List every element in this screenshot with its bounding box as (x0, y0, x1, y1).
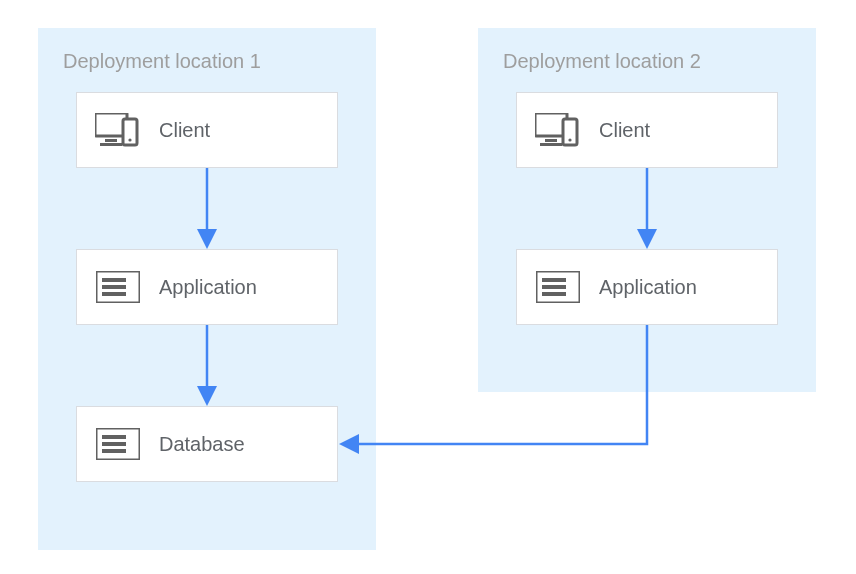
client-icon (95, 107, 141, 153)
svg-rect-2 (100, 143, 122, 146)
node-label: Application (159, 276, 257, 299)
svg-rect-1 (105, 139, 117, 142)
server-icon (535, 264, 581, 310)
node-client-2: Client (516, 92, 778, 168)
svg-point-4 (128, 138, 131, 141)
node-application-1: Application (76, 249, 338, 325)
svg-rect-7 (102, 285, 126, 289)
region-title-1: Deployment location 1 (63, 50, 261, 73)
svg-rect-15 (540, 143, 562, 146)
node-label: Client (599, 119, 650, 142)
svg-rect-14 (545, 139, 557, 142)
client-icon (535, 107, 581, 153)
node-label: Application (599, 276, 697, 299)
server-icon (95, 421, 141, 467)
svg-rect-8 (102, 292, 126, 296)
svg-rect-12 (102, 449, 126, 453)
svg-rect-19 (542, 278, 566, 282)
server-icon (95, 264, 141, 310)
svg-point-17 (568, 138, 571, 141)
node-database-1: Database (76, 406, 338, 482)
svg-rect-10 (102, 435, 126, 439)
node-label: Database (159, 433, 245, 456)
svg-rect-11 (102, 442, 126, 446)
node-application-2: Application (516, 249, 778, 325)
node-client-1: Client (76, 92, 338, 168)
deployment-location-2: Deployment location 2 (478, 28, 816, 392)
svg-rect-21 (542, 292, 566, 296)
svg-rect-6 (102, 278, 126, 282)
svg-rect-20 (542, 285, 566, 289)
region-title-2: Deployment location 2 (503, 50, 701, 73)
node-label: Client (159, 119, 210, 142)
